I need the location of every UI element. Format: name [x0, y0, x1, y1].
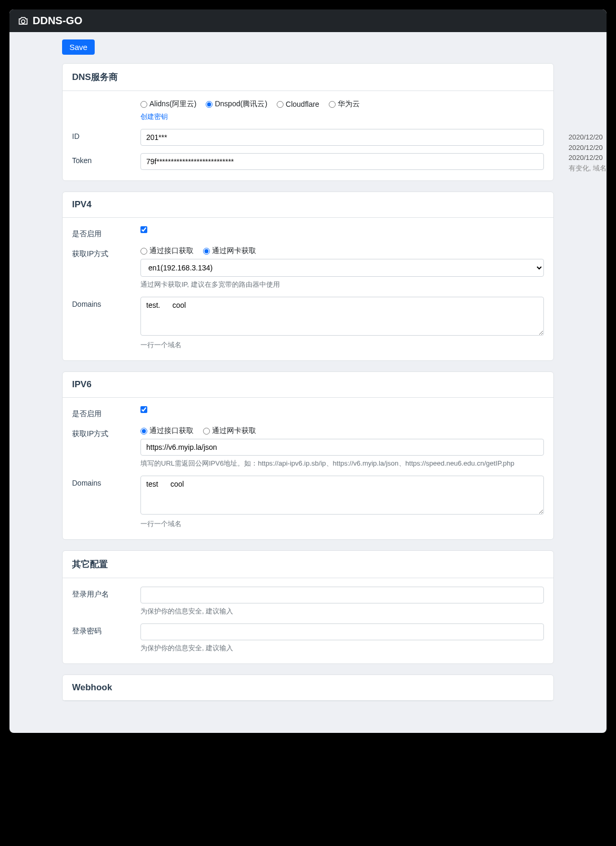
- hint-ipv4-domains: 一行一个域名: [140, 340, 544, 350]
- card-ipv6: IPV6 是否启用 获取IP方式 通过接口获取 通过网卡获取 填写的URL需返回…: [62, 371, 554, 540]
- radio-ipv6-netcard[interactable]: 通过网卡获取: [203, 426, 256, 436]
- log-line: 有变化, 域名: [569, 163, 607, 174]
- card-title-ipv6: IPV6: [63, 372, 553, 398]
- label-username: 登录用户名: [72, 587, 140, 599]
- log-line: 2020/12/20: [569, 132, 607, 143]
- radio-ipv4-netcard[interactable]: 通过网卡获取: [203, 246, 256, 256]
- label-ipv4-enable: 是否启用: [72, 226, 140, 239]
- label-ipv6-domains: Domains: [72, 476, 140, 487]
- hint-ipv6-domains: 一行一个域名: [140, 519, 544, 529]
- radio-dnspod[interactable]: Dnspod(腾讯云): [206, 99, 267, 109]
- input-dns-token[interactable]: [140, 153, 544, 170]
- navbar: DDNS-GO: [9, 9, 607, 32]
- card-title-other: 其它配置: [63, 551, 553, 578]
- card-dns: DNS服务商 Alidns(阿里云) Dnspod(腾讯云) Cloudflar…: [62, 63, 554, 181]
- label-ipv6-enable: 是否启用: [72, 406, 140, 419]
- label-ipv4-domains: Domains: [72, 297, 140, 308]
- checkbox-ipv6-enable[interactable]: [140, 406, 147, 413]
- card-title-ipv4: IPV4: [63, 192, 553, 218]
- log-line: 2020/12/20: [569, 153, 607, 163]
- select-ipv4-netcard[interactable]: en1(192.168.3.134): [140, 259, 544, 277]
- app-window: DDNS-GO Save 2020/12/20 2020/12/20 2020/…: [9, 9, 607, 733]
- camera-icon: [18, 16, 28, 26]
- card-title-dns: DNS服务商: [63, 64, 553, 91]
- svg-point-0: [22, 19, 25, 23]
- checkbox-ipv4-enable[interactable]: [140, 226, 147, 233]
- hint-password: 为保护你的信息安全, 建议输入: [140, 643, 544, 653]
- card-ipv4: IPV4 是否启用 获取IP方式 通过接口获取 通过网卡获取 en1(192.1…: [62, 192, 554, 361]
- card-title-webhook: Webhook: [63, 675, 553, 701]
- radio-huawei[interactable]: 华为云: [329, 99, 360, 109]
- log-panel: 2020/12/20 2020/12/20 2020/12/20 有变化, 域名: [569, 132, 607, 173]
- content-area: Save 2020/12/20 2020/12/20 2020/12/20 有变…: [9, 32, 607, 733]
- label-ipv6-method: 获取IP方式: [72, 426, 140, 439]
- card-other: 其它配置 登录用户名 为保护你的信息安全, 建议输入 登录密码 为保护你的信息安…: [62, 550, 554, 664]
- label-id: ID: [72, 129, 140, 140]
- app-title: DDNS-GO: [33, 15, 82, 27]
- radio-cloudflare[interactable]: Cloudflare: [277, 100, 319, 108]
- input-password[interactable]: [140, 623, 544, 640]
- create-key-link[interactable]: 创建密钥: [140, 113, 168, 120]
- input-dns-id[interactable]: [140, 129, 544, 146]
- card-webhook: Webhook: [62, 674, 554, 701]
- save-button[interactable]: Save: [62, 39, 95, 55]
- textarea-ipv4-domains[interactable]: test. cool: [140, 297, 544, 336]
- label-ipv4-method: 获取IP方式: [72, 246, 140, 259]
- dns-provider-radios: Alidns(阿里云) Dnspod(腾讯云) Cloudflare 华为云: [140, 99, 544, 109]
- input-username[interactable]: [140, 587, 544, 603]
- radio-ipv6-url[interactable]: 通过接口获取: [140, 426, 194, 436]
- hint-ipv6-url: 填写的URL需返回公网IPV6地址。如：https://api-ipv6.ip.…: [140, 459, 544, 468]
- radio-ipv4-url[interactable]: 通过接口获取: [140, 246, 194, 256]
- hint-username: 为保护你的信息安全, 建议输入: [140, 607, 544, 616]
- label-token: Token: [72, 153, 140, 165]
- radio-alidns[interactable]: Alidns(阿里云): [140, 99, 196, 109]
- textarea-ipv6-domains[interactable]: test cool: [140, 476, 544, 515]
- input-ipv6-url[interactable]: [140, 439, 544, 456]
- log-line: 2020/12/20: [569, 143, 607, 153]
- label-password: 登录密码: [72, 623, 140, 636]
- hint-ipv4-netcard: 通过网卡获取IP, 建议在多宽带的路由器中使用: [140, 280, 544, 289]
